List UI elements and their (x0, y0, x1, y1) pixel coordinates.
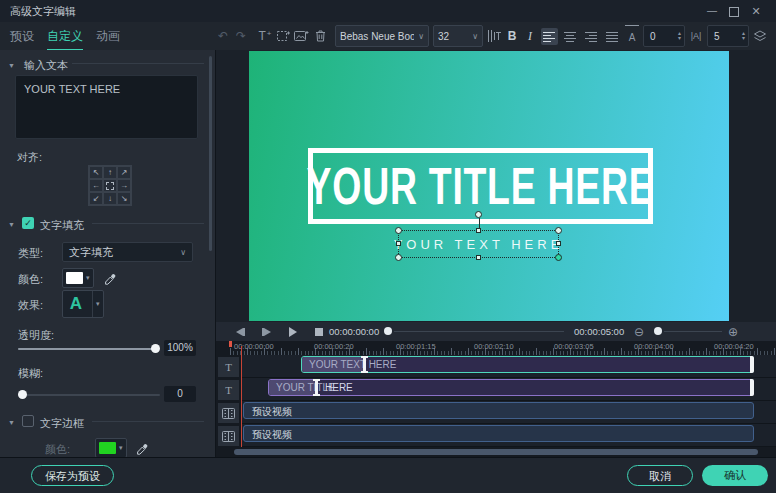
resize-handle-tr[interactable] (555, 227, 562, 234)
rotate-handle[interactable] (475, 211, 482, 218)
effect-picker[interactable]: A ▾ (62, 290, 104, 318)
align-top-right[interactable]: ↗ (117, 166, 131, 179)
vertical-text-icon[interactable] (487, 26, 501, 46)
align-justify-icon[interactable] (604, 28, 621, 45)
resize-handle-bl[interactable] (395, 254, 402, 261)
fill-color-picker[interactable]: ▾ (62, 268, 94, 288)
border-color-picker[interactable]: ▾ (95, 438, 127, 458)
previous-frame-button[interactable] (236, 322, 245, 341)
minimize-icon[interactable]: — (704, 3, 720, 19)
align-left[interactable]: ← (89, 179, 103, 192)
font-family-select[interactable]: Bebas Neue Book ∨ (335, 25, 429, 47)
text-clip-2[interactable]: YOUR TITLE HERE (268, 379, 754, 396)
video-track-icon[interactable] (218, 426, 239, 446)
stop-button[interactable] (315, 322, 323, 341)
zoom-out-icon[interactable]: ⊖ (634, 322, 644, 341)
resize-handle-top[interactable] (476, 228, 481, 233)
confirm-button[interactable]: 确认 (702, 465, 768, 486)
char-spacing-icon: A (625, 25, 639, 47)
clip-end-handle[interactable] (750, 379, 754, 396)
collapse-icon[interactable]: ▼ (8, 419, 15, 426)
redo-icon[interactable]: ↷ (234, 26, 248, 46)
text-track-icon[interactable]: T (218, 357, 239, 377)
align-right-icon[interactable] (583, 28, 600, 45)
close-icon[interactable]: ✕ (748, 3, 764, 19)
play-button[interactable] (289, 322, 297, 341)
align-top-left[interactable]: ↖ (89, 166, 103, 179)
align-bottom-left[interactable]: ↙ (89, 192, 103, 205)
timeline-scrollbar[interactable] (234, 449, 758, 455)
tab-animation[interactable]: 动画 (96, 28, 120, 45)
collapse-icon[interactable]: ▼ (8, 221, 15, 228)
text-clip-1[interactable]: YOUR TEXT HERE (301, 356, 754, 373)
zoom-in-icon[interactable]: ⊕ (728, 322, 738, 341)
video-clip-1[interactable]: 预设视频 (243, 402, 754, 419)
text-border-checkbox[interactable] (22, 415, 34, 427)
layers-icon[interactable] (753, 26, 767, 46)
align-bottom[interactable]: ↓ (103, 192, 117, 205)
align-bottom-right[interactable]: ↘ (117, 192, 131, 205)
maximize-icon[interactable] (726, 3, 742, 19)
add-text-icon[interactable]: T+ (258, 26, 272, 46)
zoom-slider-track[interactable] (664, 331, 722, 332)
trim-handle[interactable] (315, 379, 318, 396)
clip-end-handle[interactable] (750, 356, 754, 373)
blur-slider[interactable] (18, 390, 160, 399)
panel-scrollbar[interactable] (209, 56, 212, 251)
text-track-icon[interactable]: T (218, 380, 239, 400)
playhead-marker[interactable] (229, 341, 232, 347)
preview-canvas[interactable]: YOUR TITLE HERE YOUR TEXT HERE (249, 51, 729, 321)
italic-button[interactable]: I (523, 26, 537, 46)
resize-handle-left[interactable] (396, 241, 401, 246)
next-frame-button[interactable] (262, 322, 271, 341)
blur-slider-thumb[interactable] (18, 390, 27, 399)
stepper-arrows[interactable]: ▴▾ (678, 31, 684, 41)
fill-color-label: 颜色: (18, 272, 43, 287)
fill-type-select[interactable]: 文字填充 ∨ (62, 242, 193, 262)
add-image-icon[interactable] (294, 26, 309, 46)
tab-custom[interactable]: 自定义 (47, 28, 83, 45)
sub-text: YOUR TEXT HERE (394, 237, 564, 252)
tab-preset[interactable]: 预设 (10, 28, 34, 45)
progress-thumb[interactable] (384, 327, 392, 335)
zoom-slider-thumb[interactable] (654, 327, 662, 335)
add-box-icon[interactable] (276, 26, 290, 46)
text-fill-section-header[interactable]: ▼ (8, 218, 21, 230)
line-spacing-stepper[interactable]: 5 ▴▾ (707, 25, 749, 47)
text-fill-checkbox[interactable]: ✓ (22, 217, 34, 229)
delete-icon[interactable] (313, 26, 327, 46)
progress-track[interactable] (394, 331, 564, 332)
video-track-icon[interactable] (218, 403, 239, 423)
align-right[interactable]: → (117, 179, 131, 192)
align-top[interactable]: ↑ (103, 166, 117, 179)
text-input[interactable] (15, 75, 198, 139)
align-center[interactable] (103, 179, 117, 192)
align-center-icon[interactable] (562, 28, 579, 45)
resize-handle-bottom[interactable] (476, 255, 481, 260)
font-size-select[interactable]: 32 ∨ (433, 25, 483, 47)
save-as-preset-button[interactable]: 保存为预设 (31, 465, 114, 486)
video-clip-2[interactable]: 预设视频 (243, 425, 754, 442)
eyedropper-icon[interactable] (103, 269, 117, 289)
bold-button[interactable]: B (505, 26, 519, 46)
cancel-button[interactable]: 取消 (627, 465, 693, 486)
advanced-text-edit-dialog: 高级文字编辑 — ✕ 预设 自定义 动画 ↶ ↷ T+ Bebas Neue B… (0, 0, 776, 493)
line-spacing-icon: |A| (689, 26, 703, 46)
undo-icon[interactable]: ↶ (216, 26, 230, 46)
resize-handle-tl[interactable] (395, 227, 402, 234)
duration-time: 00:00:05:00 (574, 322, 624, 341)
playhead-line[interactable] (241, 346, 242, 447)
stepper-arrows[interactable]: ▴▾ (742, 31, 748, 41)
trim-handle[interactable] (363, 356, 366, 373)
resize-handle-right[interactable] (556, 241, 561, 246)
input-text-section-header[interactable]: ▼ 输入文本 (8, 58, 68, 73)
collapse-icon[interactable]: ▼ (8, 62, 15, 69)
selected-text-box[interactable]: YOUR TEXT HERE (398, 230, 559, 258)
char-spacing-stepper[interactable]: 0 ▴▾ (643, 25, 685, 47)
resize-handle-br[interactable] (555, 254, 562, 261)
align-left-icon[interactable] (541, 28, 558, 45)
text-border-section-header[interactable]: ▼ (8, 416, 21, 428)
opacity-slider[interactable] (18, 344, 160, 353)
opacity-slider-thumb[interactable] (151, 344, 160, 353)
eyedropper-icon[interactable] (135, 439, 149, 459)
